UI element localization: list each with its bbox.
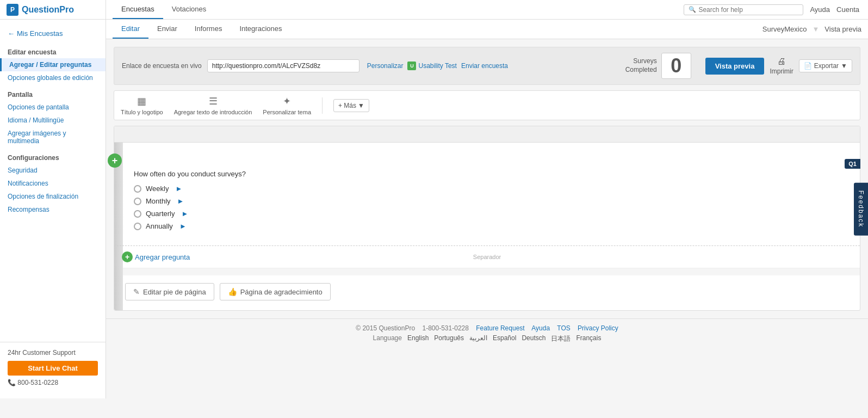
search-box[interactable]: 🔍 (684, 4, 803, 15)
sidebar-back[interactable]: ← Mis Encuestas (0, 25, 106, 42)
lang-deutsch[interactable]: Deutsch (522, 334, 545, 343)
usability-icon: U (407, 62, 416, 70)
separator-label: Separador (470, 254, 504, 260)
lang-japanese[interactable]: 日本語 (551, 334, 571, 343)
secondary-nav: Editar Enviar Informes Integraciones Sur… (106, 20, 868, 39)
usability-test-label: Usability Test (418, 62, 456, 70)
radio-weekly[interactable] (134, 185, 141, 193)
exportar-label: Exportar (814, 62, 839, 70)
question-text: How often do you conduct surveys? (134, 170, 844, 178)
tab-encuestas[interactable]: Encuestas (113, 0, 163, 19)
personalizar-tema-icon: ✦ (283, 95, 291, 107)
surveys-completed-label: SurveysCompleted (625, 57, 657, 74)
toolbar-item-titulo[interactable]: ▦ Título y logotipo (121, 95, 163, 115)
lang-espanol[interactable]: Español (493, 334, 516, 343)
secondary-tabs: Editar Enviar Informes Integraciones (113, 20, 290, 39)
survey-url-input[interactable] (207, 59, 359, 72)
footer-ayuda[interactable]: Ayuda (531, 324, 550, 332)
tab-editar[interactable]: Editar (113, 20, 148, 39)
sidebar-back-label: Mis Encuestas (17, 29, 63, 38)
sidebar-link-opciones-globales[interactable]: Opciones globales de edición (0, 71, 106, 84)
option-monthly-label: Monthly (146, 197, 171, 205)
footer-phone: 1-800-531-0228 (423, 324, 469, 332)
lang-francais[interactable]: Français (576, 334, 601, 343)
mas-button[interactable]: + Más ▼ (333, 99, 369, 112)
radio-quarterly[interactable] (134, 210, 141, 218)
tab-informes[interactable]: Informes (186, 20, 231, 39)
secondary-nav-right: SurveyMexico ▼ Vista previa (762, 25, 861, 33)
sidebar-bottom: 24hr Customer Support Start Live Chat 📞 … (0, 342, 106, 393)
url-label: Enlace de encuesta en vivo (122, 62, 202, 70)
survey-wrapper: Enlace de encuesta en vivo Personalizar … (106, 39, 868, 318)
usability-test-btn[interactable]: U Usability Test (407, 62, 456, 70)
lang-english[interactable]: English (407, 334, 429, 343)
sidebar-link-opciones-pantalla[interactable]: Opciones de pantalla (0, 101, 106, 114)
mas-arrow-icon: ▼ (358, 102, 364, 109)
survey-actions: Vista previa 🖨 Imprimir 📄 Exportar ▼ (705, 57, 852, 75)
lang-portuguese[interactable]: Português (434, 334, 464, 343)
option-quarterly-arrow[interactable]: ► (181, 210, 188, 218)
sidebar-link-imagenes[interactable]: Agregar imágenes y multimedia (0, 127, 106, 147)
tab-integraciones[interactable]: Integraciones (231, 20, 290, 39)
add-question-label: Agregar pregunta (135, 253, 190, 261)
vista-previa-nav-btn[interactable]: Vista previa (824, 25, 861, 33)
sidebar-link-opciones-finalizacion[interactable]: Opciones de finalización (0, 190, 106, 203)
tab-votaciones[interactable]: Votaciones (163, 0, 215, 19)
radio-annually[interactable] (134, 223, 141, 230)
survey-toolbar: ▦ Título y logotipo ☰ Agregar texto de i… (114, 90, 860, 120)
ayuda-link[interactable]: Ayuda (810, 5, 830, 14)
pagina-agradecimiento-btn[interactable]: 👍 Página de agradecimiento (220, 283, 331, 300)
toolbar-item-introduccion[interactable]: ☰ Agregar texto de introducción (174, 95, 252, 115)
search-input[interactable] (698, 6, 798, 14)
option-weekly: Weekly ► (134, 185, 844, 193)
canvas-body: + Q1 How often do you conduct surveys? W… (114, 143, 860, 245)
enviar-encuesta-link[interactable]: Enviar encuesta (461, 62, 508, 70)
survey-canvas: + Q1 How often do you conduct surveys? W… (114, 126, 860, 311)
add-question-bubble[interactable]: + (108, 153, 122, 168)
sidebar-section-config-title: Configuraciones (0, 147, 106, 164)
introduccion-icon: ☰ (209, 95, 218, 107)
main-layout: ← Mis Encuestas Editar encuesta Agregar … (0, 20, 868, 398)
option-annually-arrow[interactable]: ► (179, 222, 187, 230)
logo-icon: P (7, 4, 18, 16)
language-label: Language (373, 334, 402, 343)
editar-pie-label: Editar pie de página (143, 288, 206, 296)
feedback-tab[interactable]: Feedback (854, 183, 868, 236)
option-weekly-arrow[interactable]: ► (175, 185, 182, 193)
toolbar-item-personalizar[interactable]: ✦ Personalizar tema (263, 95, 311, 115)
sidebar-link-seguridad[interactable]: Seguridad (0, 164, 106, 177)
option-annually-label: Annually (146, 222, 173, 230)
editar-pie-btn[interactable]: ✎ Editar pie de página (125, 283, 214, 300)
lang-arabic[interactable]: العربية (469, 334, 487, 343)
logo: P QuestionPro (0, 0, 106, 19)
survey-mexico-link[interactable]: SurveyMexico (762, 25, 807, 33)
option-annually: Annually ► (134, 222, 844, 230)
personalizar-link[interactable]: Personalizar (367, 62, 404, 70)
sidebar-link-agregar-preguntas[interactable]: Agregar / Editar preguntas (0, 58, 106, 71)
imprimir-button[interactable]: 🖨 Imprimir (770, 57, 793, 75)
surveys-completed: SurveysCompleted 0 (625, 53, 691, 79)
vista-previa-big-button[interactable]: Vista previa (705, 58, 765, 75)
sidebar-top: ← Mis Encuestas Editar encuesta Agregar … (0, 25, 106, 216)
surveys-completed-count: 0 (661, 53, 691, 79)
sidebar-link-notificaciones[interactable]: Notificaciones (0, 177, 106, 190)
radio-monthly[interactable] (134, 198, 141, 205)
add-question-button[interactable]: + Agregar pregunta (122, 251, 190, 262)
imprimir-label: Imprimir (770, 67, 793, 75)
introduccion-label: Agregar texto de introducción (174, 109, 252, 115)
sidebar-link-idioma[interactable]: Idioma / Multilingüe (0, 114, 106, 127)
survey-url-actions: Personalizar U Usability Test Enviar enc… (367, 62, 508, 70)
titulo-icon: ▦ (137, 95, 146, 107)
sidebar-link-recompensas[interactable]: Recompensas (0, 203, 106, 216)
option-monthly-arrow[interactable]: ► (177, 197, 184, 205)
footer-tos[interactable]: TOS (557, 324, 570, 332)
footer-feature-request[interactable]: Feature Request (476, 324, 524, 332)
survey-header: Enlace de encuesta en vivo Personalizar … (114, 47, 860, 85)
exportar-button[interactable]: 📄 Exportar ▼ (799, 59, 852, 72)
cuenta-link[interactable]: Cuenta (836, 5, 859, 14)
tab-enviar[interactable]: Enviar (148, 20, 186, 39)
footer-privacy[interactable]: Privacy Policy (578, 324, 618, 332)
top-nav-right: 🔍 Ayuda Cuenta (675, 0, 868, 19)
editar-pie-icon: ✎ (133, 287, 140, 296)
live-chat-button[interactable]: Start Live Chat (8, 361, 98, 376)
